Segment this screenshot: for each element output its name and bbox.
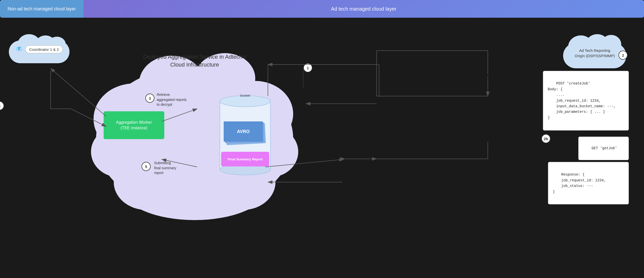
step3-label: 3	[145, 94, 154, 103]
storage-cylinder: Cloud Storage or s3 bucket AVRO Final Su…	[217, 94, 273, 180]
svg-point-4	[18, 47, 20, 49]
step5-label: 5	[142, 162, 151, 171]
non-ad-bar: Non-ad tech managed cloud layer	[0, 0, 83, 18]
post-job-box: POST 'createJob' Body: { .... job_reques…	[543, 71, 629, 131]
response-box: Response: { job_request_id: 1234, job_st…	[548, 162, 629, 204]
coordinator-text: Coordinator 1 & 2	[25, 46, 63, 53]
main-diagram: Coordinator 1 & 2 4	[0, 18, 644, 278]
avro-label: AVRO	[237, 129, 250, 134]
agg-worker-box: Aggregation Worker (TEE instance)	[104, 111, 164, 139]
step4-label: 4	[0, 101, 4, 110]
agg-worker-text: Aggregation Worker (TEE instance)	[116, 120, 152, 131]
step2b-label: 2b	[541, 134, 550, 143]
step1-label: 1	[303, 63, 312, 72]
center-cloud-wrapper: Deployed Aggregation Service in Adtech's…	[83, 38, 306, 223]
coordinator-icon	[16, 45, 23, 54]
get-job-box: GET 'getJob'	[578, 137, 629, 160]
step3-text: Retrieveaggregated reportsto decrypt	[157, 92, 187, 107]
svg-text:bucket: bucket	[240, 94, 250, 97]
step2-label: 2	[618, 51, 628, 60]
center-cloud-title: Deployed Aggregation Service in Adtech's…	[143, 53, 246, 69]
top-bars: Non-ad tech managed cloud layer Ad tech …	[0, 0, 644, 18]
ad-label: Ad tech managed cloud layer	[331, 6, 396, 12]
svg-rect-5	[18, 49, 19, 50]
coordinator-label: Coordinator 1 & 2	[16, 45, 63, 54]
ad-bar: Ad tech managed cloud layer	[83, 0, 644, 18]
non-ad-label: Non-ad tech managed cloud layer	[8, 6, 76, 12]
final-summary-label: Final Summary Report	[226, 157, 265, 161]
coordinator-cloud: Coordinator 1 & 2	[8, 33, 71, 66]
step5-text: Submittingfinal summaryreport	[154, 161, 176, 176]
adtech-label: Ad Tech Reporting Origin (DSP/SSP/MMP)	[575, 48, 615, 58]
